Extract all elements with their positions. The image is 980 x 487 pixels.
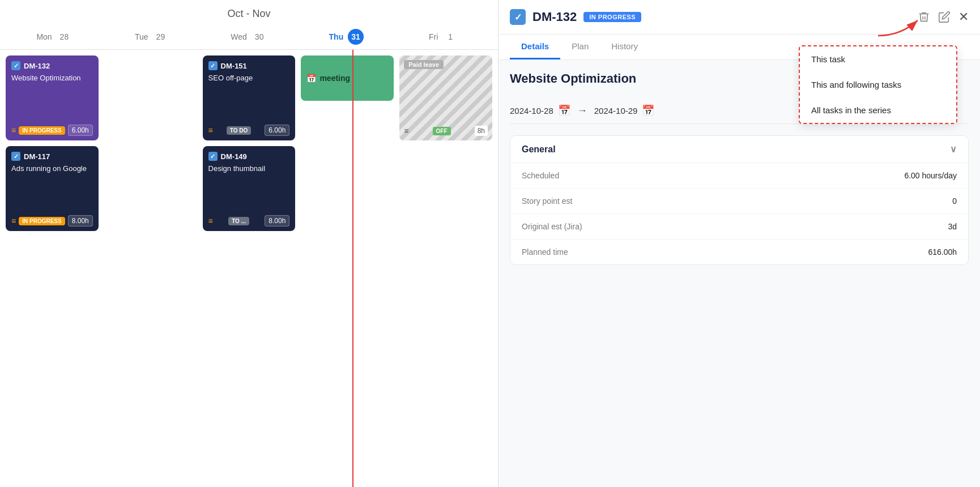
task-card-dm132[interactable]: DM-132 Website Optimization ≡ IN PROGRES… xyxy=(6,55,99,140)
task-checkbox[interactable] xyxy=(208,152,218,161)
paid-leave-card: Paid leave ≡ OFF 8h xyxy=(399,55,492,140)
day-headers: Mon 28 Tue 29 Wed 30 Thu 31 Fri 1 xyxy=(0,24,498,50)
row-label-scheduled: Scheduled xyxy=(522,171,559,180)
day-num-wed: 30 xyxy=(252,29,267,45)
dropdown-menu: This task This and following tasks All t… xyxy=(799,45,957,124)
hours-gray: 8h xyxy=(475,126,488,136)
day-num-tue: 29 xyxy=(152,29,168,45)
task-checkbox[interactable] xyxy=(11,152,20,161)
task-id: DM-151 xyxy=(221,62,247,70)
section-rows: Scheduled 6.00 hours/day Story point est… xyxy=(510,163,968,264)
off-badge: OFF xyxy=(433,127,451,135)
day-name: Wed xyxy=(231,32,247,41)
task-id: DM-132 xyxy=(24,62,50,70)
task-card-header: DM-132 xyxy=(11,61,93,70)
general-label: General xyxy=(522,144,556,155)
day-thu: Thu 31 xyxy=(297,24,395,49)
task-footer: ≡ TO DO 6.00h xyxy=(208,125,290,136)
tab-plan[interactable]: Plan xyxy=(560,35,600,59)
task-card-dm151[interactable]: DM-151 SEO off-page ≡ TO DO 6.00h xyxy=(203,55,296,140)
task-checkbox[interactable] xyxy=(208,61,218,70)
status-badge: IN PROGRESS xyxy=(19,217,65,225)
today-line xyxy=(352,50,353,487)
dropdown-item-this-task[interactable]: This task xyxy=(800,46,956,72)
priority-icon: ≡ xyxy=(208,216,213,225)
dropdown-item-this-and-following[interactable]: This and following tasks xyxy=(800,72,956,97)
col-fri-row2 xyxy=(399,146,492,231)
day-name: Mon xyxy=(36,32,52,41)
task-card-header: DM-117 xyxy=(11,152,93,161)
day-num-mon: 28 xyxy=(56,29,72,45)
start-date-field: 2024-10-28 📅 xyxy=(510,104,570,117)
dropdown-item-all-tasks[interactable]: All tasks in the series xyxy=(800,97,956,123)
col-thu: 📅 meeting xyxy=(301,55,394,140)
chevron-down-icon: ∨ xyxy=(950,144,957,155)
detail-header: ✓ DM-132 IN PROGRESS ✕ xyxy=(498,0,980,35)
calendar-panel: Oct - Nov Mon 28 Tue 29 Wed 30 Thu 31 Fr… xyxy=(0,0,498,487)
task-footer: ≡ IN PROGRESS 6.00h xyxy=(11,125,93,136)
calendar-body: DM-132 Website Optimization ≡ IN PROGRES… xyxy=(0,50,498,487)
start-date-value: 2024-10-28 xyxy=(510,106,553,116)
day-num-fri: 1 xyxy=(442,29,458,45)
priority-icon: ≡ xyxy=(11,126,16,135)
day-name: Thu xyxy=(329,32,344,41)
hours-badge: 8.00h xyxy=(265,215,289,227)
tab-history[interactable]: History xyxy=(600,35,649,59)
close-button[interactable]: ✕ xyxy=(958,10,969,24)
day-name: Fri xyxy=(429,32,438,41)
task-checkbox[interactable] xyxy=(11,61,20,70)
task-card-header: DM-149 xyxy=(208,152,290,161)
task-footer: ≡ TO ... 8.00h xyxy=(208,215,290,227)
calendar-icon-start[interactable]: 📅 xyxy=(558,104,570,117)
col-thu-row2 xyxy=(301,146,394,231)
detail-task-id: DM-132 xyxy=(532,10,577,24)
calendar-icon-end[interactable]: 📅 xyxy=(642,104,654,117)
hours-badge: 8.00h xyxy=(68,215,93,227)
row-value-story-point: 0 xyxy=(952,196,957,206)
col-wed: DM-151 SEO off-page ≡ TO DO 6.00h xyxy=(203,55,296,140)
row-label-story-point: Story point est xyxy=(522,196,573,206)
priority-icon: ≡ xyxy=(11,216,16,225)
section-header-general[interactable]: General ∨ xyxy=(510,136,968,163)
day-wed: Wed 30 xyxy=(201,24,298,49)
col-tue-row2 xyxy=(104,146,197,231)
meeting-card[interactable]: 📅 meeting xyxy=(301,55,394,101)
row-label-original-est: Original est (Jira) xyxy=(522,222,582,231)
day-tue: Tue 29 xyxy=(103,24,201,49)
row-original-est: Original est (Jira) 3d xyxy=(510,214,968,240)
task-id: DM-149 xyxy=(221,152,247,161)
date-arrow: → xyxy=(577,105,587,117)
status-badge: TO ... xyxy=(228,217,249,225)
task-card-dm117[interactable]: DM-117 Ads running on Google ≡ IN PROGRE… xyxy=(6,146,99,231)
row-value-original-est: 3d xyxy=(948,222,957,231)
day-name: Tue xyxy=(135,32,148,41)
row-label-planned-time: Planned time xyxy=(522,247,568,257)
task-title: Design thumbnail xyxy=(208,164,290,173)
status-badge: TO DO xyxy=(227,126,251,135)
detail-status-badge: IN PROGRESS xyxy=(583,12,641,22)
tab-details[interactable]: Details xyxy=(510,35,560,59)
detail-panel: ✓ DM-132 IN PROGRESS ✕ xyxy=(498,0,980,487)
arrow-indicator xyxy=(878,16,923,39)
priority-icon: ≡ xyxy=(404,126,408,135)
row-value-planned-time: 616.00h xyxy=(928,247,957,257)
col-mon: DM-132 Website Optimization ≡ IN PROGRES… xyxy=(6,55,99,140)
col-tue xyxy=(104,55,197,140)
edit-button[interactable] xyxy=(938,11,951,23)
status-badge: IN PROGRESS xyxy=(19,126,65,135)
task-id: DM-117 xyxy=(24,152,50,161)
meeting-label: meeting xyxy=(319,74,350,83)
hours-badge: 6.00h xyxy=(68,125,93,136)
task-title: SEO off-page xyxy=(208,74,290,82)
general-section: General ∨ Scheduled 6.00 hours/day Story… xyxy=(510,135,969,265)
calendar-title: Oct - Nov xyxy=(0,0,498,24)
col-wed-row2: DM-149 Design thumbnail ≡ TO ... 8.00h xyxy=(203,146,296,231)
task-card-header: DM-151 xyxy=(208,61,290,70)
row-planned-time: Planned time 616.00h xyxy=(510,240,968,264)
task-footer: ≡ IN PROGRESS 8.00h xyxy=(11,215,93,227)
calendar-icon: 📅 xyxy=(306,74,316,83)
task-card-dm149[interactable]: DM-149 Design thumbnail ≡ TO ... 8.00h xyxy=(203,146,296,231)
task-icon: ✓ xyxy=(510,9,526,25)
col-mon-row2: DM-117 Ads running on Google ≡ IN PROGRE… xyxy=(6,146,99,231)
end-date-value: 2024-10-29 xyxy=(594,106,638,116)
